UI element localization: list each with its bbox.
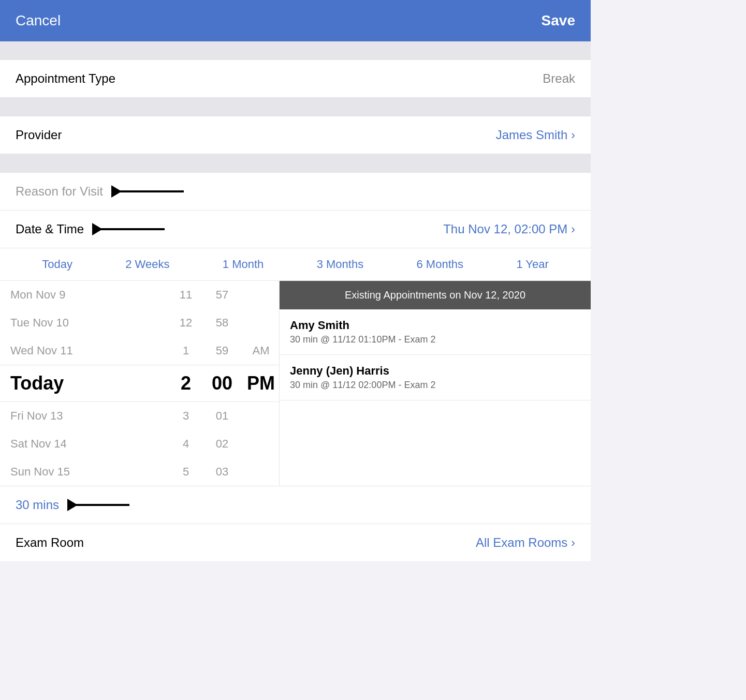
provider-value: James Smith xyxy=(496,128,575,142)
separator-2 xyxy=(0,98,591,116)
quick-date-1year[interactable]: 1 Year xyxy=(516,258,548,271)
appointment-type-label: Appointment Type xyxy=(16,71,115,86)
time-picker-day-6: Sun Nov 15 xyxy=(0,458,170,486)
time-picker-ampm-3: PM xyxy=(243,365,279,401)
appointments-section: Existing Appointments on Nov 12, 2020 Am… xyxy=(280,281,591,486)
header: Cancel Save xyxy=(0,0,591,41)
time-picker-min-3: 00 xyxy=(201,365,243,401)
date-time-label: Date & Time xyxy=(16,222,84,236)
time-picker-ampm-2: AM xyxy=(243,337,279,365)
time-picker-hour-4: 3 xyxy=(170,402,201,430)
appointment-name-1: Jenny (Jen) Harris xyxy=(290,364,580,378)
appointment-item-0[interactable]: Amy Smith 30 min @ 11/12 01:10PM - Exam … xyxy=(280,309,591,355)
separator-1 xyxy=(0,41,591,60)
time-picker[interactable]: Mon Nov 91157Tue Nov 101258Wed Nov 11159… xyxy=(0,281,280,486)
quick-dates-bar: Today 2 Weeks 1 Month 3 Months 6 Months … xyxy=(0,248,591,281)
time-picker-day-4: Fri Nov 13 xyxy=(0,402,170,430)
time-picker-min-2: 59 xyxy=(201,337,243,365)
quick-date-3months[interactable]: 3 Months xyxy=(317,258,364,271)
time-picker-min-4: 01 xyxy=(201,402,243,430)
reason-for-visit-label: Reason for Visit xyxy=(16,184,103,199)
time-picker-ampm-6 xyxy=(243,465,279,479)
time-picker-hour-3: 2 xyxy=(170,365,201,401)
quick-date-2weeks[interactable]: 2 Weeks xyxy=(125,258,169,271)
duration-value: 30 mins xyxy=(16,498,59,512)
provider-row[interactable]: Provider James Smith xyxy=(0,116,591,154)
time-picker-min-1: 58 xyxy=(201,309,243,337)
time-picker-day-2: Wed Nov 11 xyxy=(0,337,170,365)
date-time-arrow-icon xyxy=(92,223,175,235)
duration-arrow-icon xyxy=(67,499,140,511)
time-picker-hour-0: 11 xyxy=(170,281,201,309)
appointment-detail-0: 30 min @ 11/12 01:10PM - Exam 2 xyxy=(290,334,580,345)
duration-row[interactable]: 30 mins xyxy=(0,486,591,524)
reason-arrow-icon xyxy=(111,185,194,198)
appointment-detail-1: 30 min @ 11/12 02:00PM - Exam 2 xyxy=(290,380,580,391)
exam-room-label: Exam Room xyxy=(16,535,84,550)
appointment-type-value: Break xyxy=(543,71,575,86)
time-picker-hour-1: 12 xyxy=(170,309,201,337)
time-picker-hour-5: 4 xyxy=(170,430,201,458)
time-picker-hour-6: 5 xyxy=(170,458,201,486)
cancel-button[interactable]: Cancel xyxy=(16,12,61,29)
time-picker-min-0: 57 xyxy=(201,281,243,309)
time-picker-day-1: Tue Nov 10 xyxy=(0,309,170,337)
time-picker-ampm-0 xyxy=(243,288,279,302)
time-picker-min-5: 02 xyxy=(201,430,243,458)
provider-label: Provider xyxy=(16,128,62,142)
time-picker-hour-2: 1 xyxy=(170,337,201,365)
quick-date-1month[interactable]: 1 Month xyxy=(223,258,264,271)
date-time-row[interactable]: Date & Time Thu Nov 12, 02:00 PM xyxy=(0,211,591,248)
appointment-name-0: Amy Smith xyxy=(290,319,580,332)
appointment-item-1[interactable]: Jenny (Jen) Harris 30 min @ 11/12 02:00P… xyxy=(280,355,591,400)
exam-room-row[interactable]: Exam Room All Exam Rooms xyxy=(0,524,591,561)
time-picker-ampm-1 xyxy=(243,316,279,330)
save-button[interactable]: Save xyxy=(542,12,575,29)
appointment-type-row[interactable]: Appointment Type Break xyxy=(0,60,591,98)
separator-3 xyxy=(0,154,591,173)
calendar-appointments-container: Mon Nov 91157Tue Nov 101258Wed Nov 11159… xyxy=(0,281,591,486)
time-picker-day-3: Today xyxy=(0,365,170,401)
date-time-value: Thu Nov 12, 02:00 PM xyxy=(443,222,575,236)
time-picker-ampm-4 xyxy=(243,409,279,423)
reason-for-visit-row[interactable]: Reason for Visit xyxy=(0,173,591,211)
quick-date-today[interactable]: Today xyxy=(42,258,72,271)
exam-room-value: All Exam Rooms xyxy=(476,535,575,550)
time-picker-min-6: 03 xyxy=(201,458,243,486)
quick-date-6months[interactable]: 6 Months xyxy=(417,258,464,271)
time-picker-ampm-5 xyxy=(243,437,279,451)
appointments-header: Existing Appointments on Nov 12, 2020 xyxy=(280,281,591,309)
time-picker-day-5: Sat Nov 14 xyxy=(0,430,170,458)
time-picker-day-0: Mon Nov 9 xyxy=(0,281,170,309)
